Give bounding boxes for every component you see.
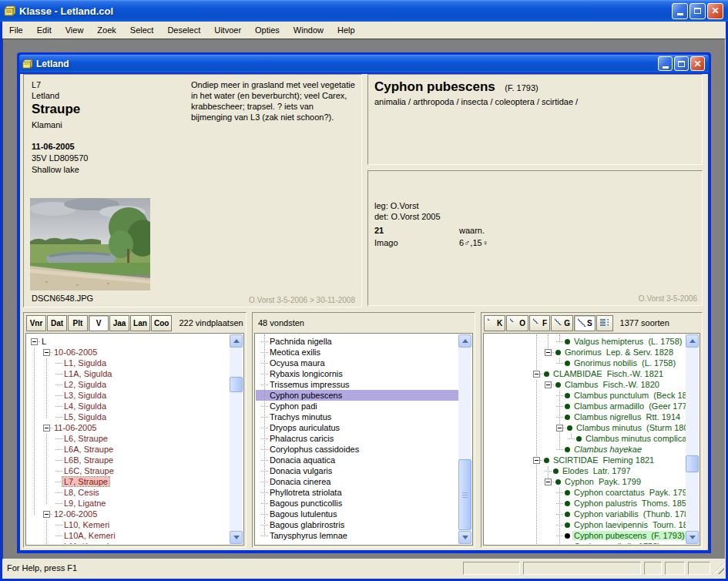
taxon-tree-row[interactable]: Clambus nigrellus Rtt. 1914 (485, 411, 686, 422)
tab-places-dat[interactable]: Dat (47, 315, 67, 331)
place-tree-row[interactable]: L8, Cesis (27, 487, 230, 498)
place-tree-row[interactable]: L9, Ligatne (27, 498, 230, 509)
menu-opties[interactable]: Opties (248, 23, 287, 37)
menu-uitvoer[interactable]: Uitvoer (207, 23, 248, 37)
taxon-tree-row[interactable]: Clambus punctulum (Beck 1817 (485, 390, 686, 401)
taxon-tree-row[interactable]: Elodes Latr. 1797 (485, 465, 686, 476)
place-tree-row[interactable]: L4, Sigulda (27, 401, 230, 411)
expand-toggle-icon[interactable] (556, 425, 563, 432)
taxon-tree-row[interactable]: Valgus hemipterus (L. 1758) (485, 336, 686, 347)
taxon-tree-row[interactable]: Clambus minutus (Sturm 1807) (485, 422, 686, 433)
child-minimize-button[interactable] (658, 56, 673, 71)
scroll-down-icon[interactable] (458, 531, 471, 544)
child-title-bar[interactable]: Letland ✕ (19, 55, 709, 72)
find-list-item[interactable]: Bagous puncticollis (256, 498, 458, 509)
locality-photo[interactable] (30, 198, 150, 290)
scroll-down-icon[interactable] (230, 531, 243, 544)
taxon-tree-row[interactable]: Gnorimus Lep. & Serv. 1828 (485, 347, 686, 358)
find-list-item[interactable]: Meotica exilis (256, 347, 458, 358)
find-list-item[interactable]: Trissemus impressus (256, 379, 458, 390)
main-title-bar[interactable]: Klasse - Letland.col ✕ (0, 0, 728, 22)
place-tree-row[interactable]: L1, Sigulda (27, 358, 230, 368)
place-tree-row[interactable]: L6C, Straupe (27, 465, 230, 476)
tab-taxa-s[interactable]: S (574, 315, 595, 331)
place-tree-row[interactable]: L5, Sigulda (27, 411, 230, 422)
place-tree-row[interactable]: L2, Sigulda (27, 379, 230, 390)
child-maximize-button[interactable] (674, 56, 689, 71)
tab-taxa-o[interactable]: O (506, 315, 528, 331)
scrollbar-thumb[interactable] (230, 377, 243, 392)
find-list-item[interactable]: Bagous glabrirostris (256, 519, 458, 530)
maximize-button[interactable] (689, 3, 706, 19)
scroll-down-icon[interactable] (686, 531, 699, 544)
taxon-tree-row[interactable]: Cyphon palustris Thoms. 1855 (485, 498, 686, 509)
find-list-item[interactable]: Phyllotreta striolata (256, 487, 458, 498)
taxon-tree-row[interactable]: Clambus Fisch.-W. 1820 (485, 379, 686, 390)
find-list-item[interactable]: Rybaxis longicornis (256, 368, 458, 379)
find-list-item[interactable]: Pachnida nigella (256, 336, 458, 347)
find-list-item[interactable]: Donacia aquatica (256, 455, 458, 465)
expand-toggle-icon[interactable] (43, 511, 50, 518)
find-list-item[interactable]: Donacia vulgaris (256, 465, 458, 476)
menu-select[interactable]: Select (123, 23, 161, 37)
places-scrollbar[interactable] (230, 334, 243, 544)
find-list-item[interactable]: Dryops auriculatus (256, 422, 458, 433)
tab-taxa-g[interactable]: G (551, 315, 573, 331)
tab-places-jaa[interactable]: Jaa (109, 315, 129, 331)
place-tree-row[interactable]: 12-06-2005 (27, 509, 230, 519)
find-list-item[interactable]: Phalacrus caricis (256, 433, 458, 444)
tab-places-coo[interactable]: Coo (151, 315, 172, 331)
scrollbar-thumb[interactable] (458, 459, 471, 530)
place-tree-row[interactable]: L6, Straupe (27, 433, 230, 444)
menu-edit[interactable]: Edit (30, 23, 59, 37)
place-tree-row[interactable]: L7, Straupe (27, 476, 230, 487)
place-tree-row[interactable]: L3, Sigulda (27, 390, 230, 401)
find-list-item[interactable]: Bagous lutulentus (256, 509, 458, 519)
child-close-button[interactable]: ✕ (690, 56, 705, 71)
list-view-icon[interactable] (596, 315, 613, 331)
taxon-tree-row[interactable]: CLAMBIDAE Fisch.-W. 1821 (485, 368, 686, 379)
place-tree-row[interactable]: L10, Kemeri (27, 519, 230, 530)
taxon-tree-row[interactable]: Cyphon pubescens (F. 1793) (485, 530, 686, 541)
scroll-up-icon[interactable] (230, 334, 243, 348)
taxon-tree-row[interactable]: SCIRTIDAE Fleming 1821 (485, 455, 686, 465)
expand-toggle-icon[interactable] (545, 349, 552, 356)
place-tree-row[interactable]: L1A, Sigulda (27, 368, 230, 379)
close-button[interactable]: ✕ (707, 3, 723, 19)
menu-view[interactable]: View (59, 23, 91, 37)
scrollbar-thumb[interactable] (686, 455, 699, 472)
expand-toggle-icon[interactable] (545, 381, 552, 388)
expand-toggle-icon[interactable] (43, 349, 50, 356)
find-list-item[interactable]: Corylophus cassidoides (256, 444, 458, 455)
expand-toggle-icon[interactable] (43, 425, 50, 432)
place-tree-row[interactable]: L10A, Kemeri (27, 530, 230, 541)
menu-file[interactable]: File (2, 23, 30, 37)
taxon-tree-row[interactable]: Clambus hayekae (485, 444, 686, 455)
menu-deselect[interactable]: Deselect (160, 23, 207, 37)
taxa-scrollbar[interactable] (686, 334, 699, 544)
taxon-tree-row[interactable]: Cyphon laevipennis Tourn. 186 (485, 519, 686, 530)
taxon-tree-row[interactable]: Cyphon padi (L. 1758) (485, 541, 686, 544)
place-tree-row[interactable]: L (27, 336, 230, 347)
taxon-tree-row[interactable]: Cyphon coarctatus Payk. 1799 (485, 487, 686, 498)
taxon-tree-row[interactable]: Gnorimus nobilis (L. 1758) (485, 358, 686, 368)
tab-taxa-k[interactable]: K (484, 315, 505, 331)
tab-places-vnr[interactable]: Vnr (26, 315, 46, 331)
taxon-tree-row[interactable]: Clambus armadillo (Geer 1774) (485, 401, 686, 411)
menu-zoek[interactable]: Zoek (90, 23, 122, 37)
expand-toggle-icon[interactable] (533, 371, 540, 378)
expand-toggle-icon[interactable] (31, 338, 38, 345)
tab-places-plt[interactable]: Plt (68, 315, 88, 331)
place-tree-row[interactable]: 10-06-2005 (27, 347, 230, 358)
find-list-item[interactable]: Cyphon padi (256, 401, 458, 411)
menu-help[interactable]: Help (330, 23, 362, 37)
place-tree-row[interactable]: 11-06-2005 (27, 422, 230, 433)
taxon-tree-row[interactable]: Cyphon variabilis (Thunb. 1787 (485, 509, 686, 519)
place-tree-row[interactable]: L6B, Straupe (27, 455, 230, 465)
place-tree-row[interactable]: L6A, Straupe (27, 444, 230, 455)
find-list-item[interactable]: Cyphon pubescens (256, 390, 458, 401)
find-list-item[interactable]: Tanysphyrus lemnae (256, 530, 458, 541)
tab-places-v[interactable]: V (89, 315, 109, 331)
minimize-button[interactable] (672, 3, 688, 19)
expand-toggle-icon[interactable] (533, 457, 540, 464)
